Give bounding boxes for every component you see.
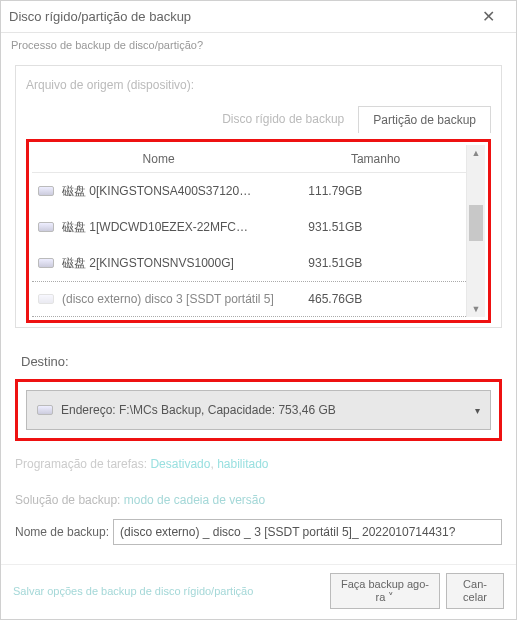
disk-icon [38,294,54,304]
backup-name-row: Nome de backup: [15,519,502,545]
destination-label: Destino: [15,354,502,369]
disk-icon [38,258,54,268]
destination-highlight: Endereço: F:\MCs Backup, Capacidade: 753… [15,379,502,441]
disk-icon [38,222,54,232]
table-header: Nome Tamanho [32,145,466,173]
save-options-link[interactable]: Salvar opções de backup de disco rígido/… [13,585,330,597]
chevron-down-icon: ▾ [475,405,480,416]
source-label: Arquivo de origem (dispositivo): [26,78,491,92]
source-panel: Arquivo de origem (dispositivo): Disco r… [15,65,502,328]
schedule-enabled-link[interactable]: habilitado [217,457,268,471]
schedule-prefix: Programação de tarefas: [15,457,150,471]
cell-size: 931.51GB [278,256,460,270]
destination-section: Destino: Endereço: F:\MCs Backup, Capaci… [15,354,502,441]
process-link[interactable]: Processo de backup de disco/partição? [1,33,516,57]
cell-name: 磁盘 2[KINGSTONSNVS1000G] [62,255,278,272]
backup-name-input[interactable] [113,519,502,545]
backup-now-button[interactable]: Faça backup ago- ra ˅ [330,573,440,609]
solution-link[interactable]: modo de cadeia de versão [124,493,265,507]
cancel-button[interactable]: Can- celar [446,573,504,609]
cell-name: (disco externo) disco 3 [SSDT portátil 5… [62,292,278,306]
tab-strip: Disco rígido de backup Partição de backu… [26,106,491,133]
window-title: Disco rígido/partição de backup [9,9,468,24]
cell-size: 931.51GB [278,220,460,234]
source-highlight: Nome Tamanho 磁盘 0[KINGSTONSA400S37120… 1… [26,139,491,323]
dialog-window: Disco rígido/partição de backup ✕ Proces… [0,0,517,620]
scrollbar[interactable]: ▲ ▼ [467,145,485,317]
destination-dropdown[interactable]: Endereço: F:\MCs Backup, Capacidade: 753… [26,390,491,430]
table-row[interactable]: 磁盘 0[KINGSTONSA400S37120… 111.79GB [32,173,466,209]
cell-size: 111.79GB [278,184,460,198]
table-row[interactable]: 磁盘 1[WDCWD10EZEX-22MFC… 931.51GB [32,209,466,245]
cell-name: 磁盘 1[WDCWD10EZEX-22MFC… [62,219,278,236]
disk-icon [38,186,54,196]
scroll-down-icon[interactable]: ▼ [467,301,485,317]
table-row-selected[interactable]: (disco externo) disco 3 [SSDT portátil 5… [32,281,466,317]
cell-name: 磁盘 0[KINGSTONSA400S37120… [62,183,278,200]
col-name: Nome [32,152,285,166]
table-row[interactable]: 磁盘 2[KINGSTONSNVS1000G] 931.51GB [32,245,466,281]
solution-row: Solução de backup: modo de cadeia de ver… [15,493,502,507]
close-icon[interactable]: ✕ [468,2,508,32]
col-size: Tamanho [285,152,466,166]
schedule-row: Programação de tarefas: Desativado, habi… [15,457,502,471]
destination-value: Endereço: F:\MCs Backup, Capacidade: 753… [61,403,475,417]
tab-partition-backup[interactable]: Partição de backup [358,106,491,133]
scroll-up-icon[interactable]: ▲ [467,145,485,161]
titlebar: Disco rígido/partição de backup ✕ [1,1,516,33]
disk-table: Nome Tamanho 磁盘 0[KINGSTONSA400S37120… 1… [32,145,485,317]
schedule-disabled-link[interactable]: Desativado [150,457,210,471]
disk-icon [37,405,53,415]
backup-name-label: Nome de backup: [15,525,109,539]
tab-hdd-backup[interactable]: Disco rígido de backup [208,106,358,133]
solution-prefix: Solução de backup: [15,493,124,507]
scroll-thumb[interactable] [469,205,483,241]
cell-size: 465.76GB [278,292,460,306]
footer: Salvar opções de backup de disco rígido/… [1,564,516,619]
